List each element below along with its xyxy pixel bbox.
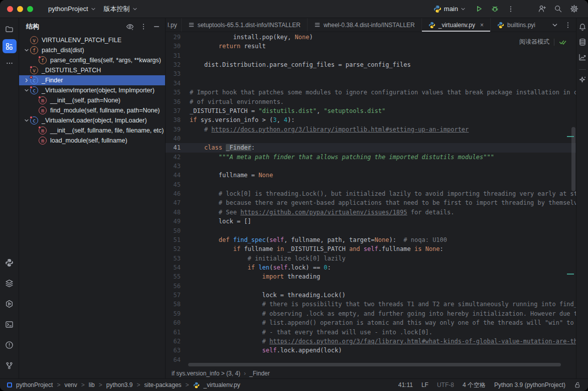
more-tool-windows-button[interactable] <box>3 56 17 70</box>
code-line-56[interactable]: 56 <box>166 282 576 291</box>
more-actions-button[interactable] <box>504 3 518 16</box>
code-line-55[interactable]: 55 import threading <box>166 272 576 281</box>
code-line-29[interactable]: 29 install.pop(key, None) <box>166 33 576 42</box>
structure-item-_finder[interactable]: c_Finder <box>19 75 165 85</box>
reader-mode-widget[interactable]: 阅读器模式 <box>517 37 569 47</box>
code-editor[interactable]: 29 install.pop(key, None)30 return resul… <box>166 32 576 368</box>
database-tool-button[interactable] <box>578 38 586 46</box>
eye-view-options-icon[interactable] <box>126 23 134 31</box>
run-configuration-widget[interactable]: main <box>429 3 470 15</box>
structure-item-_virtualenvloader-object-imploader-[interactable]: c_VirtualenvLoader(object, ImpLoader) <box>19 115 165 125</box>
code-line-34[interactable]: 34 <box>166 79 576 88</box>
code-line-59[interactable]: 59 # observing .lock as empty, and furth… <box>166 309 576 318</box>
code-line-53[interactable]: 53 # initialize lock[0] lazily <box>166 254 576 263</box>
minimize-window-button[interactable] <box>17 6 23 12</box>
code-line-31[interactable]: 31 <box>166 51 576 60</box>
notifications-button[interactable] <box>578 23 586 31</box>
code-line-49[interactable]: 49 lock = [] <box>166 217 576 226</box>
structure-item-__init__-self-path-none-[interactable]: m__init__(self, path=None) <box>19 95 165 105</box>
path-python39[interactable]: python3.9 <box>106 381 133 388</box>
path-project[interactable]: pythonProject <box>16 381 53 388</box>
structure-item-load_module-self-fullname-[interactable]: mload_module(self, fullname) <box>19 136 165 146</box>
close-window-button[interactable] <box>7 6 13 12</box>
code-line-40[interactable]: 40 <box>166 134 576 143</box>
code-line-41[interactable]: 41 class _Finder: <box>166 143 576 152</box>
project-widget[interactable]: pythonProject <box>44 3 100 15</box>
indent-setting[interactable]: 4 个空格 <box>463 381 486 389</box>
code-line-43[interactable]: 43 <box>166 162 576 171</box>
code-line-48[interactable]: 48 # See https://github.com/pypa/virtual… <box>166 208 576 217</box>
code-line-45[interactable]: 45 <box>166 180 576 189</box>
hide-panel-icon[interactable] <box>153 23 160 30</box>
zoom-window-button[interactable] <box>27 6 33 12</box>
run-button[interactable] <box>472 3 486 16</box>
code-line-50[interactable]: 50 <box>166 226 576 235</box>
code-line-54[interactable]: 54 if len(self.lock) == 0: <box>166 263 576 272</box>
run-anything-tool-button[interactable] <box>3 297 17 311</box>
structure-item-_virtualenvimporter-object-impimporter-[interactable]: c_VirtualenvImporter(object, ImpImporter… <box>19 85 165 95</box>
window-controls[interactable] <box>7 6 33 12</box>
structure-item-parse_config_files-self-args-kwargs-[interactable]: fparse_config_files(self, *args, **kwarg… <box>19 55 165 65</box>
code-line-37[interactable]: 37_DISTUTILS_PATCH = "distutils.dist", "… <box>166 106 576 115</box>
horizontal-scrollbar[interactable] <box>188 363 561 366</box>
code-line-38[interactable]: 38if sys.version_info > (3, 4): <box>166 115 576 124</box>
structure-tool-button[interactable] <box>3 39 17 53</box>
structure-item-patch_dist-dist-[interactable]: fpatch_dist(dist) <box>19 45 165 55</box>
breadcrumb-context[interactable]: if sys.version_info > (3, 4) <box>172 370 240 377</box>
terminal-tool-button[interactable] <box>3 317 17 331</box>
path-file[interactable]: _virtualenv.py <box>204 381 240 388</box>
services-tool-button[interactable] <box>3 276 17 290</box>
code-line-35[interactable]: 35# Import hook that patches some module… <box>166 88 576 97</box>
code-line-42[interactable]: 42 """A meta path finder that allows pat… <box>166 153 576 162</box>
vcs-widget[interactable]: 版本控制 <box>100 3 141 16</box>
code-line-51[interactable]: 51 def find_spec(self, fullname, path, t… <box>166 235 576 244</box>
file-encoding[interactable]: UTF-8 <box>437 381 454 388</box>
tab-virtualenv-py[interactable]: _virtualenv.py × <box>422 18 491 32</box>
code-line-36[interactable]: 36# of virtual environments. <box>166 97 576 106</box>
code-with-me-button[interactable] <box>535 3 549 16</box>
search-everywhere-button[interactable] <box>551 3 565 16</box>
settings-button[interactable] <box>567 3 581 16</box>
version-control-tool-button[interactable] <box>3 358 17 372</box>
error-stripe-mark[interactable] <box>567 136 574 137</box>
sciview-tool-button[interactable] <box>578 53 586 61</box>
code-line-30[interactable]: 30 return result <box>166 42 576 51</box>
interpreter-selector[interactable]: Python 3.9 (pythonProject) <box>494 381 565 388</box>
code-line-60[interactable]: 60 # list.append() operation is atomic a… <box>166 318 576 327</box>
code-line-47[interactable]: 47 # because there are gevent-based appl… <box>166 198 576 207</box>
code-line-32[interactable]: 32 dist.Distribution.parse_config_files … <box>166 60 576 69</box>
ai-assistant-tool-button[interactable] <box>578 76 586 84</box>
path-lib[interactable]: lib <box>89 381 95 388</box>
structure-item-virtualenv_patch_file[interactable]: vVIRTUALENV_PATCH_FILE <box>19 35 165 45</box>
caret-position[interactable]: 41:11 <box>398 381 413 388</box>
code-line-61[interactable]: 61 # - that every thread will use - into… <box>166 328 576 337</box>
close-tab-icon[interactable]: × <box>480 22 484 29</box>
tab-builtins-pyi[interactable]: builtins.pyi <box>491 18 542 32</box>
breadcrumb-class[interactable]: _Finder <box>249 370 270 377</box>
code-line-52[interactable]: 52 if fullname in _DISTUTILS_PATCH and s… <box>166 244 576 253</box>
error-stripe-mark[interactable] <box>567 274 574 275</box>
code-line-62[interactable]: 62 # https://docs.python.org/3/faq/libra… <box>166 337 576 346</box>
problems-tool-button[interactable] <box>3 338 17 352</box>
inspections-ok-double-check-icon[interactable] <box>559 38 567 46</box>
debug-button[interactable] <box>488 3 502 16</box>
statusbar-breadcrumbs[interactable]: pythonProject> venv> lib> python3.9> sit… <box>7 381 240 388</box>
tab-wheel-installer[interactable]: wheel-0.38.4.dist-info/INSTALLER <box>308 18 422 32</box>
code-line-58[interactable]: 58 # there is possibility that two threa… <box>166 300 576 309</box>
editor-options-button[interactable] <box>562 19 574 31</box>
code-line-33[interactable]: 33 <box>166 69 576 78</box>
project-tool-button[interactable] <box>3 22 17 36</box>
tab-setuptools-installer[interactable]: setuptools-65.5.1.dist-info/INSTALLER <box>182 18 308 32</box>
path-venv[interactable]: venv <box>64 381 77 388</box>
code-line-63[interactable]: 63 self.lock.append(lock) <box>166 346 576 355</box>
path-site-packages[interactable]: site-packages <box>144 381 182 388</box>
panel-options-kebab-icon[interactable] <box>140 23 147 30</box>
code-line-46[interactable]: 46 # lock[0] is threading.Lock(), but in… <box>166 189 576 198</box>
code-line-57[interactable]: 57 lock = threading.Lock() <box>166 291 576 300</box>
structure-item-__init__-self-fullname-file-filename-etc-[interactable]: m__init__(self, fullname, file, filename… <box>19 125 165 136</box>
structure-item-_distutils_patch[interactable]: v_DISTUTILS_PATCH <box>19 65 165 75</box>
line-separator[interactable]: LF <box>421 381 428 388</box>
tab-list-dropdown-button[interactable] <box>549 19 561 31</box>
tab-clipped[interactable]: l.py <box>166 18 182 32</box>
code-line-44[interactable]: 44 fullname = None <box>166 171 576 180</box>
